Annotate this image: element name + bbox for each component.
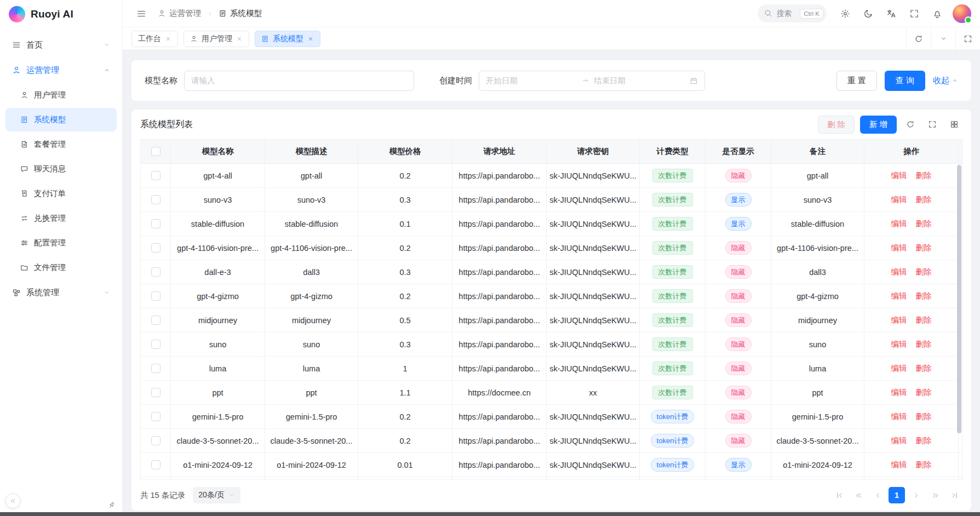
refresh-table-button[interactable] xyxy=(902,116,919,133)
delete-link[interactable]: 删除 xyxy=(916,460,932,470)
delete-link[interactable]: 删除 xyxy=(916,435,932,446)
visibility-badge[interactable]: 显示 xyxy=(725,193,752,207)
edit-link[interactable]: 编辑 xyxy=(891,315,907,325)
visibility-badge[interactable]: 隐藏 xyxy=(725,434,752,448)
select-all-checkbox[interactable] xyxy=(151,147,161,156)
notifications-button[interactable] xyxy=(927,4,947,24)
last-page-button[interactable] xyxy=(946,487,962,503)
tab-system-models[interactable]: 系统模型 xyxy=(255,31,320,47)
delete-link[interactable]: 删除 xyxy=(916,363,932,374)
create-time-range[interactable] xyxy=(479,71,705,91)
jump-next-button[interactable] xyxy=(927,487,943,503)
visibility-badge[interactable]: 显示 xyxy=(725,458,752,472)
add-button[interactable]: 新 增 xyxy=(860,116,897,134)
edit-link[interactable]: 编辑 xyxy=(891,460,907,470)
sidebar-item-operations[interactable]: 运营管理 xyxy=(5,58,117,82)
delete-link[interactable]: 删除 xyxy=(916,243,932,253)
row-checkbox[interactable] xyxy=(151,291,161,301)
delete-link[interactable]: 删除 xyxy=(916,339,932,349)
fullscreen-button[interactable] xyxy=(904,4,924,24)
row-checkbox[interactable] xyxy=(151,340,161,349)
row-checkbox[interactable] xyxy=(151,364,161,373)
breadcrumb-operations[interactable]: 运营管理 xyxy=(158,8,201,19)
sidebar-item-home[interactable]: 首页 xyxy=(5,33,117,57)
settings-button[interactable] xyxy=(835,4,855,24)
edit-link[interactable]: 编辑 xyxy=(891,170,907,181)
edit-link[interactable]: 编辑 xyxy=(891,435,907,446)
current-page-button[interactable]: 1 xyxy=(889,487,905,503)
sidebar-item-users[interactable]: 用户管理 xyxy=(5,83,117,107)
visibility-badge[interactable]: 隐藏 xyxy=(725,337,752,351)
edit-link[interactable]: 编辑 xyxy=(891,411,907,422)
sidebar-item-files[interactable]: 文件管理 xyxy=(5,256,117,279)
collapse-menu-button[interactable] xyxy=(131,4,151,24)
collapse-filter-link[interactable]: 收起 xyxy=(933,76,958,86)
sidebar-item-redeem[interactable]: 兑换管理 xyxy=(5,207,117,230)
batch-delete-button[interactable]: 删 除 xyxy=(818,116,855,134)
delete-link[interactable]: 删除 xyxy=(916,291,932,301)
tab-users[interactable]: 用户管理 xyxy=(184,31,249,47)
refresh-page-button[interactable] xyxy=(906,27,931,50)
reset-button[interactable]: 重 置 xyxy=(836,71,877,91)
prev-page-button[interactable] xyxy=(869,487,886,503)
sidebar-item-payment-orders[interactable]: 支付订单 xyxy=(5,182,117,205)
visibility-badge[interactable]: 隐藏 xyxy=(725,265,752,279)
delete-link[interactable]: 删除 xyxy=(916,170,932,181)
visibility-badge[interactable]: 隐藏 xyxy=(725,241,752,255)
sidebar-item-system-management[interactable]: 系统管理 xyxy=(5,280,117,305)
query-button[interactable]: 查 询 xyxy=(885,71,925,91)
edit-link[interactable]: 编辑 xyxy=(891,363,907,374)
table-fullscreen-button[interactable] xyxy=(924,116,941,133)
row-checkbox[interactable] xyxy=(151,171,161,180)
start-date-input[interactable] xyxy=(486,76,577,85)
sidebar-item-chat-messages[interactable]: 聊天消息 xyxy=(5,157,117,181)
sidebar-item-packages[interactable]: 套餐管理 xyxy=(5,133,117,156)
delete-link[interactable]: 删除 xyxy=(916,411,932,422)
user-avatar[interactable] xyxy=(953,4,971,23)
visibility-badge[interactable]: 隐藏 xyxy=(725,313,752,327)
close-tab-icon[interactable] xyxy=(307,36,314,42)
delete-link[interactable]: 删除 xyxy=(916,315,932,325)
row-checkbox[interactable] xyxy=(151,219,161,228)
delete-link[interactable]: 删除 xyxy=(916,219,932,229)
visibility-badge[interactable]: 隐藏 xyxy=(725,362,752,375)
delete-link[interactable]: 删除 xyxy=(916,267,932,277)
visibility-badge[interactable]: 隐藏 xyxy=(725,289,752,303)
delete-link[interactable]: 删除 xyxy=(916,194,932,205)
sidebar-item-system-models[interactable]: 系统模型 xyxy=(5,108,117,131)
sidebar-collapse-button[interactable] xyxy=(5,494,20,508)
row-checkbox[interactable] xyxy=(151,195,161,204)
tab-workbench[interactable]: 工作台 xyxy=(131,31,178,47)
edit-link[interactable]: 编辑 xyxy=(891,339,907,349)
jump-prev-button[interactable] xyxy=(850,487,867,503)
row-checkbox[interactable] xyxy=(151,388,161,397)
edit-link[interactable]: 编辑 xyxy=(891,243,907,253)
row-checkbox[interactable] xyxy=(151,243,161,253)
global-search[interactable]: 搜索 Ctrl K xyxy=(758,4,827,22)
breadcrumb-system-models[interactable]: 系统模型 xyxy=(219,8,262,19)
app-logo[interactable]: Ruoyi AI xyxy=(0,0,122,28)
model-name-input[interactable] xyxy=(184,71,414,91)
close-tab-icon[interactable] xyxy=(236,36,243,42)
row-checkbox[interactable] xyxy=(151,460,161,469)
row-checkbox[interactable] xyxy=(151,316,161,325)
edit-link[interactable]: 编辑 xyxy=(891,267,907,277)
end-date-input[interactable] xyxy=(594,76,685,85)
delete-link[interactable]: 删除 xyxy=(916,387,932,398)
edit-link[interactable]: 编辑 xyxy=(891,291,907,301)
visibility-badge[interactable]: 隐藏 xyxy=(725,410,752,423)
language-button[interactable] xyxy=(881,4,901,24)
scrollbar-thumb[interactable] xyxy=(957,165,961,433)
visibility-badge[interactable]: 隐藏 xyxy=(725,169,752,182)
row-checkbox[interactable] xyxy=(151,267,161,277)
edit-link[interactable]: 编辑 xyxy=(891,219,907,229)
first-page-button[interactable] xyxy=(831,487,847,503)
edit-link[interactable]: 编辑 xyxy=(891,387,907,398)
row-checkbox[interactable] xyxy=(151,412,161,421)
dark-mode-button[interactable] xyxy=(858,4,878,24)
content-fullscreen-button[interactable] xyxy=(955,27,980,50)
sidebar-item-config[interactable]: 配置管理 xyxy=(5,231,117,255)
edit-link[interactable]: 编辑 xyxy=(891,194,907,205)
table-scrollbar[interactable] xyxy=(957,165,961,477)
visibility-badge[interactable]: 隐藏 xyxy=(725,386,752,399)
